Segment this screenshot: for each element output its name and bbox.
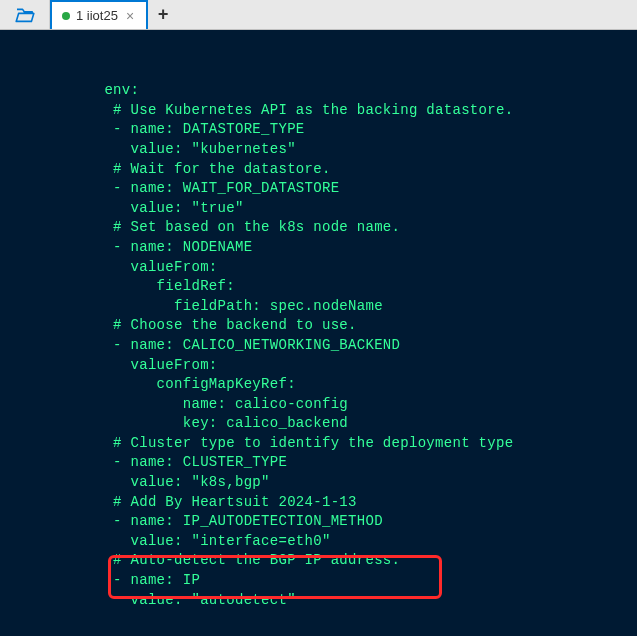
code-line: value: "autodetect" [0, 591, 637, 611]
open-folder-button[interactable] [0, 0, 50, 29]
code-line: valueFrom: [0, 258, 637, 278]
code-line: # Choose the backend to use. [0, 316, 637, 336]
folder-open-icon [15, 7, 35, 23]
tab-iiot25[interactable]: 1 iiot25 × [50, 0, 148, 29]
code-line: - name: NODENAME [0, 238, 637, 258]
modified-dot-icon [62, 12, 70, 20]
code-line: env: [0, 81, 637, 101]
code-line: value: "kubernetes" [0, 140, 637, 160]
code-line: fieldPath: spec.nodeName [0, 297, 637, 317]
tab-bar: 1 iiot25 × + [0, 0, 637, 30]
code-line: - name: DATASTORE_TYPE [0, 120, 637, 140]
code-line: value: "true" [0, 199, 637, 219]
code-line: - name: CALICO_NETWORKING_BACKEND [0, 336, 637, 356]
code-line: # Add By Heartsuit 2024-1-13 [0, 493, 637, 513]
code-line: # Auto-detect the BGP IP address. [0, 551, 637, 571]
code-line: value: "interface=eth0" [0, 532, 637, 552]
new-tab-button[interactable]: + [148, 0, 178, 29]
code-line: # Set based on the k8s node name. [0, 218, 637, 238]
code-line: name: calico-config [0, 395, 637, 415]
code-line: - name: WAIT_FOR_DATASTORE [0, 179, 637, 199]
code-line: - name: CLUSTER_TYPE [0, 453, 637, 473]
code-line: - name: IP [0, 571, 637, 591]
code-line: # Wait for the datastore. [0, 160, 637, 180]
tab-label: 1 iiot25 [76, 8, 118, 23]
editor-pane[interactable]: env: # Use Kubernetes API as the backing… [0, 30, 637, 622]
code-line: key: calico_backend [0, 414, 637, 434]
close-icon[interactable]: × [124, 8, 136, 24]
code-line: # Use Kubernetes API as the backing data… [0, 101, 637, 121]
code-line: - name: IP_AUTODETECTION_METHOD [0, 512, 637, 532]
code-line: configMapKeyRef: [0, 375, 637, 395]
code-line: value: "k8s,bgp" [0, 473, 637, 493]
code-line: fieldRef: [0, 277, 637, 297]
code-line: # Cluster type to identify the deploymen… [0, 434, 637, 454]
code-line: valueFrom: [0, 356, 637, 376]
